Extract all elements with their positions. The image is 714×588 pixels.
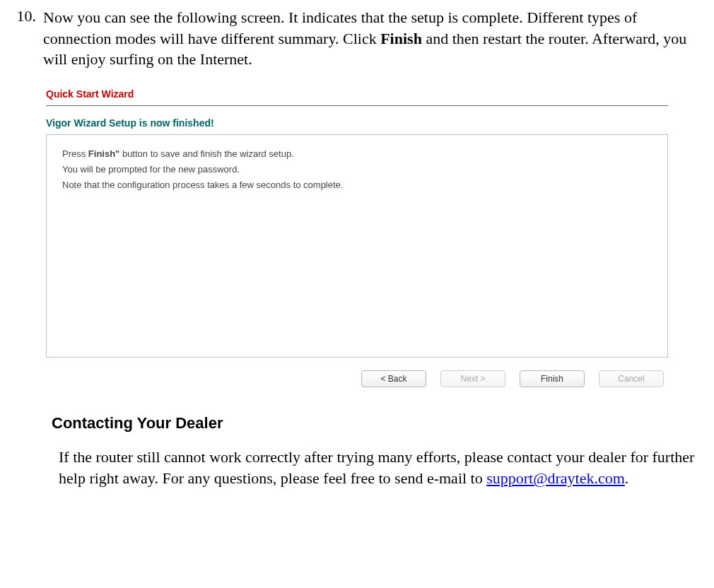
back-button[interactable]: < Back: [361, 370, 426, 387]
cancel-button: Cancel: [599, 370, 664, 387]
wizard-panel: Press Finish" button to save and finish …: [46, 134, 668, 358]
panel-line-3: Note that the configuration process take…: [62, 177, 652, 193]
wizard-screenshot: Quick Start Wizard Vigor Wizard Setup is…: [46, 86, 703, 387]
step-bold-word: Finish: [380, 30, 422, 47]
contacting-heading: Contacting Your Dealer: [52, 414, 703, 433]
contacting-text: If the router still cannot work correctl…: [59, 447, 703, 488]
wizard-subtitle: Vigor Wizard Setup is now finished!: [46, 117, 668, 129]
panel-line1-bold: Finish": [88, 148, 119, 159]
wizard-divider: [46, 105, 668, 106]
panel-line1-prefix: Press: [62, 148, 88, 159]
panel-line-2: You will be prompted for the new passwor…: [62, 162, 652, 177]
wizard-box: Quick Start Wizard Vigor Wizard Setup is…: [46, 86, 668, 387]
panel-line1-suffix: button to save and finish the wizard set…: [119, 148, 293, 159]
finish-button[interactable]: Finish: [520, 370, 585, 387]
panel-line-1: Press Finish" button to save and finish …: [62, 146, 652, 162]
step-number: 10.: [11, 7, 37, 25]
wizard-title: Quick Start Wizard: [46, 86, 668, 105]
contacting-text-suffix: .: [625, 469, 629, 487]
wizard-button-row: < Back Next > Finish Cancel: [46, 370, 668, 387]
next-button: Next >: [440, 370, 505, 387]
step-body: Now you can see the following screen. It…: [43, 7, 703, 70]
support-email-link[interactable]: support@draytek.com: [486, 469, 625, 487]
step-10: 10. Now you can see the following screen…: [11, 7, 703, 70]
